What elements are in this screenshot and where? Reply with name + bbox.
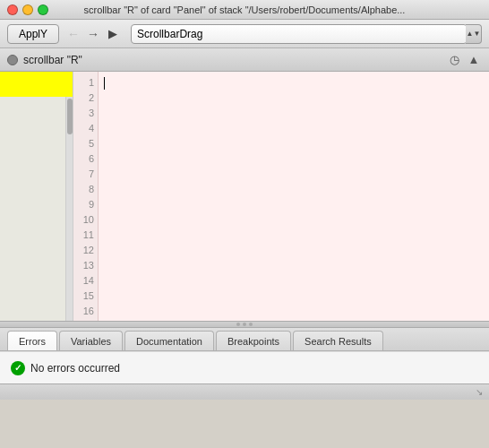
line-number: 9 bbox=[73, 197, 94, 212]
window-title: scrollbar "R" of card "Panel" of stack "… bbox=[0, 4, 489, 15]
line-number: 14 bbox=[73, 273, 94, 289]
line-number: 6 bbox=[73, 151, 94, 167]
line-number: 1 bbox=[73, 75, 94, 90]
status-ok-icon: ✓ bbox=[11, 361, 25, 375]
forward-button[interactable]: → bbox=[84, 25, 102, 43]
line-number: 13 bbox=[73, 258, 94, 273]
script-dropdown-container: ScrollbarDrag ▲▼ bbox=[131, 24, 482, 44]
line-number: 15 bbox=[73, 289, 94, 304]
line-number: 12 bbox=[73, 243, 94, 258]
cursor-line bbox=[104, 75, 484, 90]
resize-dot bbox=[236, 323, 240, 326]
code-editor[interactable] bbox=[99, 72, 489, 321]
toolbar: ApplY ← → ▶ ScrollbarDrag ▲▼ bbox=[0, 20, 489, 48]
line-number: 8 bbox=[73, 182, 94, 197]
tab-breakpoints[interactable]: Breakpoints bbox=[216, 331, 291, 350]
traffic-lights bbox=[7, 4, 48, 15]
text-cursor bbox=[104, 77, 105, 90]
line-number: 11 bbox=[73, 228, 94, 243]
line-number: 2 bbox=[73, 90, 94, 106]
line-number: 10 bbox=[73, 212, 94, 228]
script-dropdown[interactable]: ScrollbarDrag bbox=[131, 24, 468, 44]
dropdown-arrow-icon[interactable]: ▲▼ bbox=[466, 24, 482, 44]
resize-handle[interactable] bbox=[0, 321, 489, 328]
line-number: 3 bbox=[73, 106, 94, 121]
object-indicator bbox=[7, 55, 18, 65]
status-area: ✓ No errors occurred bbox=[0, 351, 489, 383]
yellow-block bbox=[0, 72, 73, 97]
status-message: No errors occurred bbox=[30, 362, 120, 375]
maximize-button[interactable] bbox=[38, 4, 48, 15]
minimize-button[interactable] bbox=[22, 4, 33, 15]
back-button[interactable]: ← bbox=[64, 25, 82, 43]
close-button[interactable] bbox=[7, 4, 18, 15]
expand-icon[interactable]: ▲ bbox=[466, 52, 482, 68]
tab-search-results[interactable]: Search Results bbox=[293, 331, 383, 350]
code-area[interactable]: 1 2 3 4 5 6 7 8 9 10 11 12 13 14 15 16 bbox=[73, 72, 489, 321]
resize-dot bbox=[249, 323, 253, 326]
left-scrollbar[interactable] bbox=[65, 97, 73, 321]
line-number: 16 bbox=[73, 304, 94, 319]
system-bar: ↘ bbox=[0, 383, 489, 400]
nav-buttons: ← → ▶ bbox=[64, 25, 122, 43]
line-number: 7 bbox=[73, 167, 94, 182]
tab-documentation[interactable]: Documentation bbox=[124, 331, 214, 350]
title-bar: scrollbar "R" of card "Panel" of stack "… bbox=[0, 0, 489, 20]
history-icon[interactable]: ◷ bbox=[446, 52, 462, 68]
run-button[interactable]: ▶ bbox=[104, 25, 122, 43]
bottom-tabs: Errors Variables Documentation Breakpoin… bbox=[0, 328, 489, 351]
tab-variables[interactable]: Variables bbox=[59, 331, 123, 350]
object-tab-bar: scrollbar "R" ◷ ▲ bbox=[0, 48, 489, 72]
left-scrollbar-thumb[interactable] bbox=[67, 99, 73, 134]
resize-dot bbox=[243, 323, 246, 326]
tab-errors[interactable]: Errors bbox=[7, 331, 57, 350]
line-number: 5 bbox=[73, 136, 94, 151]
apply-button[interactable]: ApplY bbox=[7, 24, 59, 44]
line-numbers: 1 2 3 4 5 6 7 8 9 10 11 12 13 14 15 16 bbox=[73, 72, 99, 321]
object-tab-label: scrollbar "R" bbox=[23, 54, 82, 66]
main-area: 1 2 3 4 5 6 7 8 9 10 11 12 13 14 15 16 bbox=[0, 72, 489, 321]
resize-corner-icon[interactable]: ↘ bbox=[473, 386, 485, 399]
line-number: 4 bbox=[73, 121, 94, 136]
left-panel bbox=[0, 72, 73, 321]
resize-dots bbox=[236, 323, 253, 326]
tab-right-icons: ◷ ▲ bbox=[446, 52, 482, 68]
